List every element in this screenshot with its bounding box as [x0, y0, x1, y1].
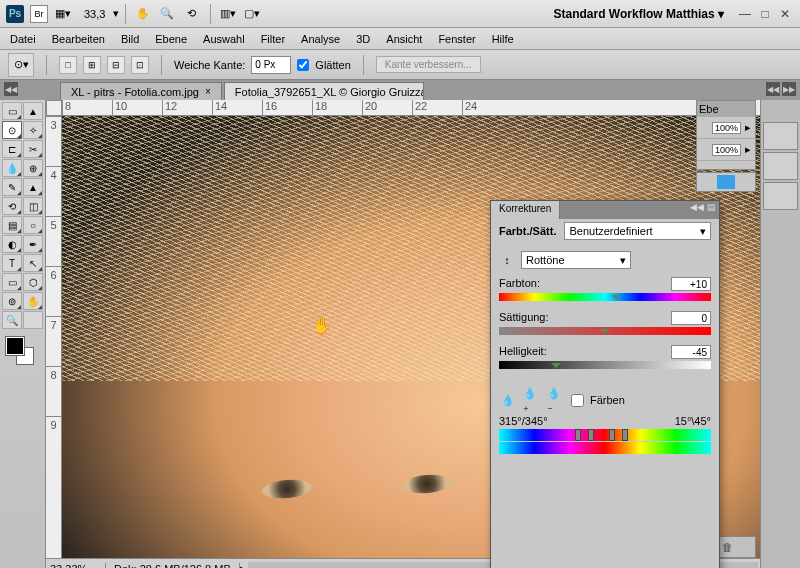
eraser-tool[interactable]: ◫ — [23, 197, 43, 215]
lasso-tool[interactable]: ⊙ — [2, 121, 22, 139]
channel-icon[interactable]: ↕ — [499, 252, 515, 268]
channel-select[interactable]: Rottöne▾ — [521, 251, 631, 269]
type-tool[interactable]: T — [2, 254, 22, 272]
menu-bearbeiten[interactable]: Bearbeiten — [52, 33, 105, 45]
collapse-right-icon[interactable]: ◀◀ — [766, 82, 780, 96]
document-tab[interactable]: Fotolia_3792651_XL © Giorgio Gruizza - F… — [224, 82, 424, 100]
feather-label: Weiche Kante: — [174, 59, 245, 71]
document-tab[interactable]: XL - pitrs - Fotolia.com.jpg× — [60, 82, 222, 100]
hue-input[interactable] — [671, 277, 711, 291]
menu-bild[interactable]: Bild — [121, 33, 139, 45]
colorize-label: Färben — [590, 394, 625, 406]
healing-tool[interactable]: ⊕ — [23, 159, 43, 177]
pen-tool[interactable]: ✒ — [23, 235, 43, 253]
tab-close-icon[interactable]: × — [205, 86, 211, 97]
arrange-icon[interactable]: ▥▾ — [217, 5, 239, 23]
menu-filter[interactable]: Filter — [261, 33, 285, 45]
saturation-slider[interactable] — [499, 327, 711, 337]
panel-tab-collapsed[interactable] — [763, 182, 798, 210]
panel-tab-collapsed[interactable] — [763, 122, 798, 150]
antialias-checkbox[interactable] — [297, 59, 309, 71]
hand-icon[interactable]: ✋ — [132, 5, 154, 23]
collapse-left-icon[interactable]: ◀◀ — [4, 82, 18, 96]
panel-collapse-icon[interactable]: ◀◀ — [691, 201, 703, 213]
dodge-tool[interactable]: ◐ — [2, 235, 22, 253]
menu-hilfe[interactable]: Hilfe — [492, 33, 514, 45]
status-menu-icon[interactable]: ▸ — [240, 562, 246, 568]
crop-tool[interactable]: ⊏ — [2, 140, 22, 158]
lasso-preset-icon[interactable]: ⊙▾ — [8, 53, 34, 77]
panel-menu-icon[interactable]: ▤ — [705, 201, 717, 213]
path-tool[interactable]: ↖ — [23, 254, 43, 272]
menu-3d[interactable]: 3D — [356, 33, 370, 45]
status-zoom[interactable]: 33,33% — [46, 563, 106, 569]
workspace-switcher[interactable]: Standard Workflow Matthias ▾ — [554, 7, 724, 21]
dropdown-icon[interactable]: ▸ — [745, 121, 751, 134]
maximize-icon[interactable]: □ — [756, 7, 774, 21]
eyedropper-subtract-icon[interactable]: 💧₋ — [547, 391, 565, 409]
hue-slider[interactable] — [499, 293, 711, 303]
selection-intersect-icon[interactable]: ⊡ — [131, 56, 149, 74]
blur-tool[interactable]: ○ — [23, 216, 43, 234]
zoom-level[interactable]: 33,3 — [84, 8, 105, 20]
menu-fenster[interactable]: Fenster — [438, 33, 475, 45]
brush-tool[interactable]: ✎ — [2, 178, 22, 196]
eyedropper-tool[interactable]: 💧 — [2, 159, 22, 177]
move-tool[interactable]: ▭ — [2, 102, 22, 120]
stamp-tool[interactable]: ▲ — [23, 178, 43, 196]
menu-ebene[interactable]: Ebene — [155, 33, 187, 45]
korrekturen-tab[interactable]: Korrekturen — [491, 201, 560, 219]
magic-wand-tool[interactable]: ✧ — [23, 121, 43, 139]
menu-ansicht[interactable]: Ansicht — [386, 33, 422, 45]
dropdown-icon[interactable]: ▸ — [745, 143, 751, 156]
expand-right-icon[interactable]: ▶▶ — [782, 82, 796, 96]
lightness-slider[interactable] — [499, 361, 711, 371]
preset-select[interactable]: Benutzerdefiniert▾ — [564, 222, 711, 240]
zoom-tool[interactable]: 🔍 — [2, 311, 22, 329]
feather-input[interactable] — [251, 56, 291, 74]
menu-analyse[interactable]: Analyse — [301, 33, 340, 45]
eyedropper-add-icon[interactable]: 💧₊ — [523, 391, 541, 409]
toolbox-spacer — [23, 311, 43, 329]
zoom-icon[interactable]: 🔍 — [156, 5, 178, 23]
lightness-input[interactable] — [671, 345, 711, 359]
gradient-tool[interactable]: ▤ — [2, 216, 22, 234]
selection-subtract-icon[interactable]: ⊟ — [107, 56, 125, 74]
slice-tool[interactable]: ✂ — [23, 140, 43, 158]
ruler-vertical[interactable]: 3456789 — [46, 116, 62, 558]
bridge-icon[interactable]: Br — [30, 5, 48, 23]
hue-range-bar[interactable] — [499, 429, 711, 441]
minimize-icon[interactable]: — — [736, 7, 754, 21]
toolbox: ▭ ▲ ⊙ ✧ ⊏ ✂ 💧 ⊕ ✎ ▲ ⟲ ◫ ▤ ○ ◐ ✒ T ↖ ▭ ⬡ … — [0, 100, 46, 568]
mini-bridge-icon[interactable]: ▦▾ — [52, 5, 74, 23]
selection-add-icon[interactable]: ⊞ — [83, 56, 101, 74]
path-select-tool[interactable]: ▲ — [23, 102, 43, 120]
3d-camera-tool[interactable]: ⊚ — [2, 292, 22, 310]
hand-tool[interactable]: ✋ — [23, 292, 43, 310]
zoom-dropdown-icon[interactable]: ▾ — [113, 7, 119, 20]
history-brush-tool[interactable]: ⟲ — [2, 197, 22, 215]
adjustments-panel: Korrekturen ◀◀▤ Farbt./Sätt. Benutzerdef… — [490, 200, 720, 568]
saturation-input[interactable] — [671, 311, 711, 325]
ruler-horizontal[interactable]: 81012141618202224 — [62, 100, 760, 116]
refine-edge-button[interactable]: Kante verbessern... — [376, 56, 481, 73]
fill-value[interactable]: 100% — [712, 144, 741, 156]
screen-mode-icon[interactable]: ▢▾ — [241, 5, 263, 23]
layer-thumbnail[interactable] — [717, 175, 735, 189]
3d-tool[interactable]: ⬡ — [23, 273, 43, 291]
menu-datei[interactable]: Datei — [10, 33, 36, 45]
rotate-icon[interactable]: ⟲ — [180, 5, 202, 23]
close-icon[interactable]: ✕ — [776, 7, 794, 21]
ruler-origin[interactable] — [46, 100, 62, 116]
eyedropper-icon[interactable]: 💧 — [499, 391, 517, 409]
colorize-checkbox[interactable] — [571, 394, 584, 407]
document-tab-bar: ◀◀ XL - pitrs - Fotolia.com.jpg× Fotolia… — [0, 80, 800, 100]
selection-new-icon[interactable]: □ — [59, 56, 77, 74]
panel-tab-collapsed[interactable] — [763, 152, 798, 180]
trash-icon[interactable]: 🗑 — [722, 541, 733, 553]
shape-tool[interactable]: ▭ — [2, 273, 22, 291]
menu-auswahl[interactable]: Auswahl — [203, 33, 245, 45]
status-document-size[interactable]: Dok: 28,6 MB/126,8 MB — [106, 563, 240, 569]
foreground-color-swatch[interactable] — [6, 337, 24, 355]
opacity-value[interactable]: 100% — [712, 122, 741, 134]
